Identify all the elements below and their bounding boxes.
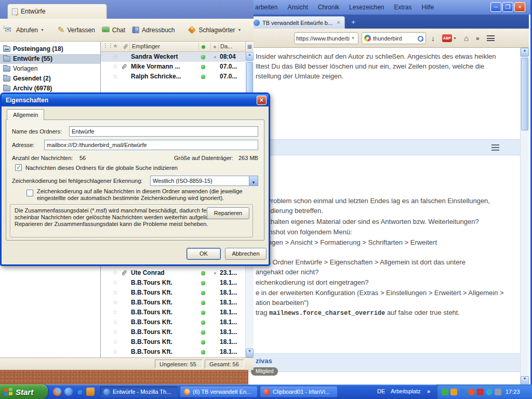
quicklaunch-media-icon[interactable]	[86, 388, 95, 396]
scroll-thumb[interactable]	[246, 62, 253, 93]
recipient-column-header[interactable]: Empfänger	[132, 43, 160, 49]
message-row[interactable]: B.B.Tours Kft.18.1...	[101, 288, 245, 298]
address-field[interactable]: mailbox:///D:/thunderbird_mail/Entwürfe	[44, 140, 258, 150]
folder-entwuerfe[interactable]: Entwürfe (55)	[0, 54, 100, 64]
desktop-toolbar-label[interactable]: Arbeitsplatz	[391, 388, 420, 394]
overflow-chevron-icon[interactable]	[476, 35, 480, 42]
maximize-button[interactable]: ❐	[502, 2, 513, 12]
quicklaunch-ie-icon[interactable]	[76, 388, 84, 396]
tray-icon-orange[interactable]	[450, 389, 457, 395]
url-dropdown-icon[interactable]	[349, 33, 356, 44]
read-status-icon[interactable]	[201, 301, 205, 305]
quicklaunch-firefox-icon[interactable]	[53, 388, 61, 396]
tags-button[interactable]: Schlagwörter	[188, 26, 241, 34]
star-icon[interactable]	[111, 338, 119, 345]
tray-icon-red[interactable]	[477, 389, 484, 395]
star-icon[interactable]	[111, 299, 119, 306]
star-icon[interactable]	[111, 348, 119, 355]
message-row[interactable]: B.B.Tours Kft.18.1...	[101, 327, 245, 337]
menu-bearbeiten[interactable]: arbeiten	[255, 4, 277, 11]
folder-posteingang[interactable]: Posteingang (18)	[0, 44, 100, 54]
task-firefox[interactable]: (6) TB verwandelt En...	[180, 386, 258, 397]
abp-dropdown-icon[interactable]	[453, 36, 457, 40]
star-icon[interactable]	[111, 279, 119, 286]
star-icon[interactable]	[111, 309, 119, 316]
message-row[interactable]: B.B.Tours Kft.18.1...	[101, 278, 245, 288]
read-status-icon[interactable]	[201, 75, 205, 79]
firefox-scrollbar[interactable]	[520, 48, 529, 385]
scroll-up-icon[interactable]	[246, 52, 254, 61]
downloads-icon[interactable]	[431, 34, 435, 43]
thunderbird-tab[interactable]: Entwürfe	[7, 4, 107, 19]
get-mail-dropdown-icon[interactable]	[41, 28, 44, 32]
tray-icon-teal[interactable]	[486, 389, 493, 395]
quicklaunch-app-icon[interactable]	[64, 388, 73, 396]
message-row[interactable]: B.B.Tours Kft.18.1...	[101, 337, 245, 347]
scroll-down-icon[interactable]	[246, 349, 254, 357]
index-checkbox-label[interactable]: Nachrichten dieses Ordners für die globa…	[25, 165, 178, 171]
task-thunderbird[interactable]: Entwürfe - Mozilla Th...	[100, 386, 178, 397]
start-button[interactable]: Start	[0, 384, 48, 399]
scroll-down-icon[interactable]	[521, 376, 529, 385]
menu-hilfe[interactable]: Hilfe	[422, 4, 434, 11]
message-row[interactable]: Ute Conrad23.1...	[101, 268, 245, 278]
apply-encoding-label[interactable]: Zeichenkodierung auf alle Nachrichten in…	[37, 188, 259, 202]
star-icon[interactable]	[111, 328, 119, 336]
read-status-icon[interactable]	[201, 350, 205, 354]
browser-tab[interactable]: TB verwandelt Entwürfe b...	[250, 16, 345, 29]
new-tab-button[interactable]	[348, 18, 358, 27]
hamburger-menu-icon[interactable]	[487, 35, 495, 41]
folder-gesendet[interactable]: Gesendet (2)	[0, 74, 100, 84]
folder-name-field[interactable]: Entwürfe	[69, 126, 258, 137]
junk-column-icon[interactable]	[214, 46, 216, 48]
ok-button[interactable]: OK	[187, 248, 221, 260]
search-bar[interactable]: thunderbird	[362, 32, 426, 44]
read-status-icon[interactable]	[201, 311, 205, 315]
index-checkbox[interactable]	[15, 164, 22, 171]
star-icon[interactable]	[111, 269, 119, 276]
forum-username[interactable]: zivas	[256, 357, 272, 365]
tray-icon-firefox[interactable]	[468, 389, 475, 395]
read-column-icon[interactable]	[202, 45, 205, 49]
star-icon[interactable]	[111, 318, 119, 326]
task-irfanview[interactable]: Clipboard01 - IrfanVi...	[260, 386, 338, 397]
combo-dropdown-icon[interactable]	[249, 176, 258, 185]
message-row[interactable]: B.B.Tours Kft.18.1...	[101, 298, 245, 308]
search-magnifier-icon[interactable]	[417, 35, 423, 42]
tray-icon-blue[interactable]	[459, 389, 466, 395]
tags-dropdown-icon[interactable]	[238, 28, 242, 32]
date-column-header[interactable]: Da...	[220, 43, 232, 49]
adblock-icon[interactable]: ABP	[442, 34, 457, 42]
star-icon[interactable]	[111, 53, 119, 60]
read-status-icon[interactable]	[201, 340, 205, 344]
message-row[interactable]: Sandra Weckert08:04	[101, 52, 245, 62]
read-status-icon[interactable]	[201, 55, 205, 59]
read-status-icon[interactable]	[201, 281, 205, 285]
get-mail-button[interactable]: Abrufen	[4, 26, 44, 34]
menu-extras[interactable]: Extras	[394, 4, 411, 11]
read-status-icon[interactable]	[201, 65, 205, 69]
junk-status-icon[interactable]	[214, 272, 216, 274]
post-menu-icon[interactable]	[491, 144, 499, 151]
message-row[interactable]: B.B.Tours Kft.18.1...	[101, 347, 245, 357]
menu-ansicht[interactable]: Ansicht	[287, 4, 308, 11]
dialog-close-icon[interactable]	[257, 96, 267, 105]
encoding-select[interactable]: Westlich (ISO-8859-15)	[150, 176, 258, 186]
folder-vorlagen[interactable]: Vorlagen	[0, 64, 100, 74]
menu-lesezeichen[interactable]: Lesezeichen	[349, 4, 384, 11]
address-book-button[interactable]: Adressbuch	[132, 26, 175, 34]
star-icon[interactable]	[111, 63, 119, 70]
tray-icon-gray[interactable]	[495, 389, 501, 395]
minimize-button[interactable]: ─	[490, 2, 501, 12]
message-row[interactable]: B.B.Tours Kft.18.1...	[101, 308, 245, 317]
star-column-icon[interactable]: ★	[113, 43, 118, 49]
attachment-column-icon[interactable]	[123, 44, 128, 51]
toolbar-chevron-icon[interactable]: »	[427, 388, 430, 394]
tab-close-icon[interactable]	[335, 19, 342, 26]
cancel-button[interactable]: Abbrechen	[225, 248, 267, 260]
tray-icon-green[interactable]	[442, 389, 448, 395]
star-icon[interactable]	[111, 289, 119, 296]
read-status-icon[interactable]	[201, 321, 205, 325]
home-icon[interactable]	[464, 34, 469, 43]
apply-encoding-checkbox[interactable]	[26, 190, 33, 196]
